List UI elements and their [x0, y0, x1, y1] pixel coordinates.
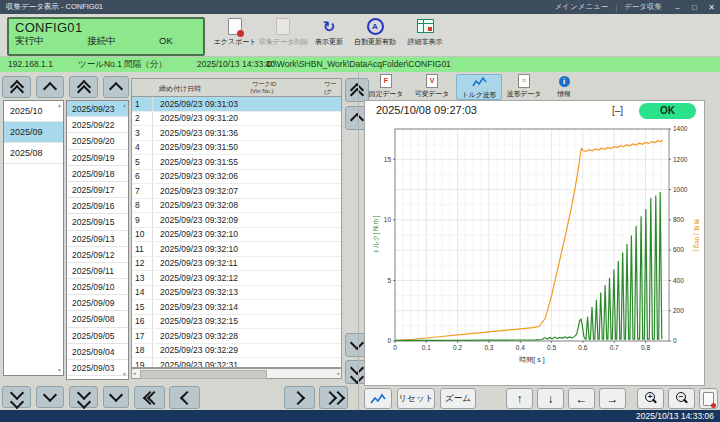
record-row[interactable]: 52025/09/23 09:31:55 — [132, 155, 341, 170]
day-item[interactable]: 2025/09/19 — [67, 150, 128, 166]
record-row[interactable]: 162025/09/23 09:32:15 — [132, 315, 341, 330]
day-item[interactable]: 2025/09/12 — [67, 247, 128, 263]
export-button[interactable]: エクスポート — [211, 17, 259, 54]
svg-text:0: 0 — [387, 337, 391, 344]
day-item[interactable]: 2025/09/18 — [67, 166, 128, 182]
record-last-button[interactable] — [319, 386, 348, 409]
day-item[interactable]: 2025/09/03 — [67, 360, 128, 376]
record-row[interactable]: 102025/09/23 09:32:10 — [132, 228, 341, 243]
close-button[interactable]: ✕ — [703, 3, 720, 12]
record-row[interactable]: 132025/09/23 09:32:12 — [132, 271, 341, 286]
month-page-down-button[interactable] — [2, 386, 31, 408]
record-row[interactable]: 42025/09/23 09:31:50 — [132, 141, 341, 156]
day-item[interactable]: 2025/09/20 — [67, 133, 128, 149]
zoom-button[interactable]: ズーム — [440, 388, 476, 409]
month-page-up-button[interactable] — [2, 76, 31, 98]
day-item[interactable]: 2025/09/10 — [67, 279, 128, 295]
month-up-button[interactable] — [36, 76, 64, 98]
record-row[interactable]: 82025/09/23 09:32:08 — [132, 199, 341, 214]
result-badge: OK — [639, 103, 696, 119]
record-prev-button[interactable] — [169, 386, 200, 409]
scroll-left-icon[interactable]: ◂ — [133, 370, 136, 377]
record-row[interactable]: 62025/09/23 09:32:06 — [132, 170, 341, 185]
pan-right-button[interactable]: → — [599, 388, 626, 409]
day-item[interactable]: 2025/09/16 — [67, 198, 128, 214]
main-menu-button[interactable]: メインメニュー — [548, 2, 616, 12]
pan-down-button[interactable]: ↓ — [537, 388, 564, 409]
record-row[interactable]: 112025/09/23 09:32:10 — [132, 242, 341, 257]
record-row[interactable]: 142025/09/23 09:32:13 — [132, 286, 341, 301]
day-item[interactable]: 2025/09/17 — [67, 182, 128, 198]
record-row[interactable]: 12025/09/23 09:31:03 — [132, 97, 341, 112]
month-item[interactable]: 2025/10 — [4, 101, 63, 122]
zoom-in-button[interactable]: + — [637, 388, 664, 409]
record-row[interactable]: 122025/09/23 09:32:11 — [132, 257, 341, 272]
record-row[interactable]: 152025/09/23 09:32:14 — [132, 300, 341, 315]
tab-doc[interactable]: ≡波形データ — [502, 74, 546, 98]
record-number: 3 — [132, 126, 153, 140]
day-item[interactable]: 2025/09/23 — [67, 101, 128, 117]
waveform-mode-button[interactable] — [364, 388, 392, 409]
maximize-button[interactable]: □ — [686, 3, 703, 12]
day-item[interactable]: 2025/09/22 — [67, 117, 128, 133]
tab-info[interactable]: i情報 — [548, 74, 580, 98]
top-toolbar: CONFIG01 実行中 接続中 OK エクスポート 収集データ削除 ↻ 表示更… — [0, 14, 720, 57]
day-item[interactable]: 2025/09/04 — [67, 344, 128, 360]
day-item[interactable]: 2025/09/11 — [67, 263, 128, 279]
record-row[interactable]: 32025/09/23 09:31:36 — [132, 126, 341, 141]
day-item[interactable]: 2025/09/05 — [67, 328, 128, 344]
record-number: 10 — [132, 228, 153, 242]
export-icon — [228, 18, 242, 35]
record-table-header: 締め付け日時 ワークID (Vin No.) ワー (グ — [131, 78, 342, 97]
svg-text:0.3: 0.3 — [484, 344, 493, 351]
auto-update-button[interactable]: A 自動更新有効 — [351, 17, 399, 54]
day-item[interactable]: 2025/09/09 — [67, 295, 128, 311]
hscroll-thumb[interactable] — [140, 370, 267, 379]
reset-button[interactable]: リセット — [397, 388, 435, 409]
running-status: 実行中 — [15, 35, 44, 48]
pan-up-button[interactable]: ↑ — [506, 388, 533, 409]
tab-F[interactable]: F固定データ — [364, 74, 408, 98]
record-row[interactable]: 182025/09/23 09:32:29 — [132, 344, 341, 359]
refresh-display-button[interactable]: ↻ 表示更新 — [305, 17, 353, 54]
scroll-right-icon[interactable]: ▸ — [337, 370, 340, 377]
day-down-button[interactable] — [103, 386, 129, 408]
record-first-button[interactable] — [134, 386, 165, 409]
tab-chart[interactable]: トルク波形 — [456, 74, 502, 100]
record-row[interactable]: 92025/09/23 09:32:09 — [132, 213, 341, 228]
record-row[interactable]: 22025/09/23 09:31:20 — [132, 112, 341, 127]
day-item[interactable]: 2025/09/13 — [67, 231, 128, 247]
collapse-indicator[interactable]: [–] — [612, 105, 623, 116]
scroll-down-icon[interactable]: ▼ — [57, 368, 62, 373]
record-next-button[interactable] — [284, 386, 315, 409]
record-row[interactable]: 192025/09/23 09:32:31 — [132, 358, 341, 368]
month-down-button[interactable] — [36, 386, 64, 408]
chart-export-button[interactable] — [699, 388, 718, 409]
record-number: 7 — [132, 184, 153, 198]
day-page-up-button[interactable] — [69, 76, 98, 98]
month-item[interactable]: 2025/08 — [4, 143, 63, 164]
scroll-down-icon[interactable]: ▼ — [122, 372, 127, 377]
auto-update-icon: A — [367, 18, 384, 35]
month-item[interactable]: 2025/09 — [4, 122, 63, 143]
record-row[interactable]: 72025/09/23 09:32:07 — [132, 184, 341, 199]
scroll-up-icon[interactable]: ▲ — [57, 103, 62, 108]
day-page-down-button[interactable] — [69, 386, 98, 408]
zoom-out-button[interactable]: − — [668, 388, 695, 409]
svg-text:トルク[ N.m ]: トルク[ N.m ] — [372, 215, 380, 254]
data-collect-button[interactable]: データ収集 — [617, 2, 669, 12]
record-number: 1 — [132, 97, 153, 111]
day-up-button[interactable] — [103, 76, 129, 98]
pan-left-button[interactable]: ← — [568, 388, 595, 409]
tab-V[interactable]: V可変データ — [410, 74, 454, 98]
detail-toggle-button[interactable]: 詳細非表示 — [401, 17, 449, 54]
day-item[interactable]: 2025/09/15 — [67, 214, 128, 230]
minimize-button[interactable]: – — [669, 3, 686, 12]
svg-text:15: 15 — [384, 156, 392, 163]
record-row[interactable]: 172025/09/23 09:32:28 — [132, 329, 341, 344]
scroll-up-icon[interactable]: ▲ — [122, 103, 127, 108]
record-hscrollbar[interactable]: ◂ ▸ — [131, 368, 342, 379]
day-item[interactable]: 2025/09/08 — [67, 311, 128, 327]
svg-text:1200: 1200 — [673, 156, 688, 163]
svg-text:0.6: 0.6 — [578, 344, 587, 351]
